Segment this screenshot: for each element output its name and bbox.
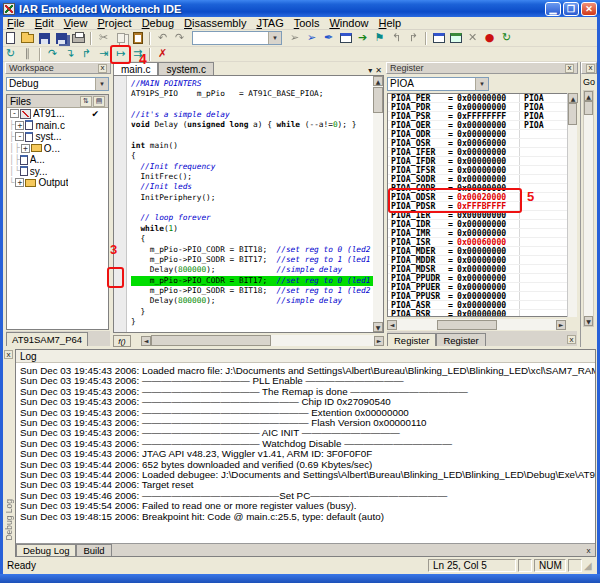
find-in-files-button[interactable]: ✒ <box>320 31 337 46</box>
paste-button[interactable] <box>129 31 146 46</box>
register-horizontal-scrollbar[interactable]: ◄ ► <box>387 319 566 330</box>
current-execution-line[interactable]: m_pPio->PIO_CODR = BIT17; //set reg to 0… <box>131 276 373 286</box>
reset-button[interactable]: ↻ <box>2 47 19 62</box>
editor-horizontal-scrollbar[interactable] <box>151 335 374 346</box>
scroll-left-icon[interactable]: ◄ <box>387 320 397 330</box>
register-tab[interactable]: Register <box>387 333 436 346</box>
scroll-up-icon[interactable]: ▲ <box>373 76 383 86</box>
find-next-button[interactable]: ➢ <box>303 31 320 46</box>
replace-button[interactable] <box>337 31 354 46</box>
code-line[interactable]: //MAIN POINTERS <box>131 79 373 89</box>
register-row-pioa_bsr[interactable]: PIOA_BSR=0x00000000 <box>388 310 576 317</box>
tree-item-output[interactable]: └+Output <box>7 177 108 189</box>
chevron-down-icon[interactable]: ▾ <box>368 66 372 75</box>
code-line[interactable] <box>131 131 373 141</box>
step-into-button[interactable]: ↴ <box>61 47 78 62</box>
menu-help[interactable]: Help <box>374 17 407 29</box>
register-vertical-scrollbar[interactable]: ▲ <box>567 93 577 317</box>
log-tab-build[interactable]: Build <box>76 544 111 556</box>
code-line[interactable]: } <box>131 307 373 317</box>
log-tabbar-close-icon[interactable]: x <box>584 546 593 555</box>
chevron-down-icon[interactable]: ▼ <box>268 32 281 44</box>
scrollbar-thumb[interactable] <box>584 101 593 115</box>
close-button[interactable]: ✕ <box>581 2 597 16</box>
code-text[interactable]: //MAIN POINTERSAT91PS_PIO m_pPio = AT91C… <box>128 76 373 332</box>
code-line[interactable]: m_pPio->PIO_SODR = BIT17; //set reg to 1… <box>131 255 373 265</box>
scrollbar-thumb[interactable] <box>373 87 383 113</box>
scroll-left-icon[interactable]: ◄ <box>141 336 151 346</box>
minimize-button[interactable]: ▁ <box>545 2 561 16</box>
maximize-button[interactable]: ❐ <box>563 2 579 16</box>
function-list-button[interactable]: f() <box>113 335 131 347</box>
open-file-button[interactable] <box>19 31 36 46</box>
stop-debugger-button[interactable]: ✗ <box>154 47 171 62</box>
menu-debug[interactable]: Debug <box>137 17 179 29</box>
expand-icon[interactable]: + <box>15 178 24 187</box>
title-bar[interactable]: IAR Embedded Workbench IDE ▁ ❐ ✕ <box>0 0 600 17</box>
workspace-project-tab[interactable]: AT91SAM7_P64 <box>6 332 88 346</box>
scroll-up-icon[interactable]: ▲ <box>568 93 578 103</box>
code-area[interactable]: //MAIN POINTERSAT91PS_PIO m_pPio = AT91C… <box>113 75 384 333</box>
menu-disassembly[interactable]: Disassembly <box>179 17 251 29</box>
tree-item-sy[interactable]: │└sy... <box>7 166 108 178</box>
code-line[interactable]: InitPeriphery(); <box>131 193 373 203</box>
code-line[interactable]: Delay(800000); //simple delay <box>131 265 373 275</box>
make-button[interactable] <box>447 31 464 46</box>
tree-item-syst[interactable]: ├-syst... <box>7 131 108 143</box>
side-panel-scrollbar[interactable]: ▲ ▼ <box>583 90 594 327</box>
scrollbar-thumb[interactable] <box>151 335 271 346</box>
tree-item-o[interactable]: │├+O... <box>7 143 108 155</box>
tree-item-a[interactable]: │├A... <box>7 154 108 166</box>
workspace-close-icon[interactable]: x <box>98 64 107 73</box>
scroll-up-icon[interactable]: ▲ <box>584 91 593 101</box>
toolbar-search-combobox[interactable]: ▼ <box>192 31 282 45</box>
code-line[interactable]: //Init leds <box>131 182 373 192</box>
expand-icon[interactable]: + <box>21 144 30 153</box>
workspace-config-dropdown[interactable]: Debug ▼ <box>6 77 109 91</box>
code-line[interactable]: void Delay (unsigned long a) { while (--… <box>131 120 373 130</box>
code-line[interactable]: while(1) <box>131 224 373 234</box>
save-all-button[interactable] <box>53 31 70 46</box>
tree-item-mainc[interactable]: ├+main.c <box>7 120 108 132</box>
collapse-icon[interactable]: - <box>10 109 19 118</box>
goto-button[interactable]: ➔ <box>354 31 371 46</box>
code-line[interactable]: m_pPio->PIO_CODR = BIT18; //set reg to 0… <box>131 245 373 255</box>
run-to-cursor-button[interactable]: ↦ <box>112 47 129 62</box>
log-message-list[interactable]: Sun Dec 03 19:45:43 2006: Loaded macro f… <box>16 364 595 542</box>
register-group-dropdown[interactable]: PIOA ▼ <box>387 77 489 91</box>
print-button[interactable] <box>70 31 87 46</box>
scrollbar-thumb[interactable] <box>437 320 497 330</box>
scroll-down-icon[interactable]: ▼ <box>584 316 593 326</box>
code-line[interactable]: //it's a simple delay <box>131 110 373 120</box>
code-line[interactable]: { <box>131 234 373 244</box>
sort-columns-icon[interactable]: ⇅ <box>80 96 92 107</box>
log-tab-debug-log[interactable]: Debug Log <box>16 544 76 556</box>
side-panel-close-icon[interactable]: x <box>586 64 595 73</box>
collapse-icon[interactable]: - <box>15 132 24 141</box>
chevron-down-icon[interactable]: ▼ <box>95 78 108 90</box>
step-out-button[interactable]: ↱ <box>78 47 95 62</box>
code-line[interactable]: m_pPio->PIO_SODR = BIT18; //set reg to 1… <box>131 286 373 296</box>
scroll-right-icon[interactable]: ► <box>556 320 566 330</box>
menu-window[interactable]: Window <box>324 17 373 29</box>
toggle-bookmark-button[interactable]: ⚑ <box>371 31 388 46</box>
menu-jtag[interactable]: JTAG <box>251 17 288 29</box>
columns-icon[interactable]: ▤ <box>93 96 105 107</box>
code-line[interactable]: InitFrec(); <box>131 172 373 182</box>
code-line[interactable]: //Init frequency <box>131 162 373 172</box>
menu-view[interactable]: View <box>59 17 93 29</box>
editor-vertical-scrollbar[interactable]: ▲ ▼ <box>373 76 383 332</box>
menu-file[interactable]: File <box>2 17 30 29</box>
side-panel-header[interactable]: x <box>581 62 597 74</box>
register-tab[interactable]: Register <box>436 333 485 346</box>
menu-project[interactable]: Project <box>92 17 136 29</box>
chevron-down-icon[interactable]: ▼ <box>475 78 488 90</box>
register-close-icon[interactable]: x <box>565 64 574 73</box>
editor-tab-system-c[interactable]: system.c <box>158 62 213 75</box>
tree-item-at91[interactable]: -AT91...✔ <box>7 108 108 120</box>
code-line[interactable]: Delay(800000); //simple delay <box>131 296 373 306</box>
menu-edit[interactable]: Edit <box>30 17 59 29</box>
register-panel-header[interactable]: Register x <box>386 62 578 74</box>
register-tabbar-close-icon[interactable]: x <box>567 335 576 344</box>
log-close-icon[interactable]: x <box>4 350 13 359</box>
